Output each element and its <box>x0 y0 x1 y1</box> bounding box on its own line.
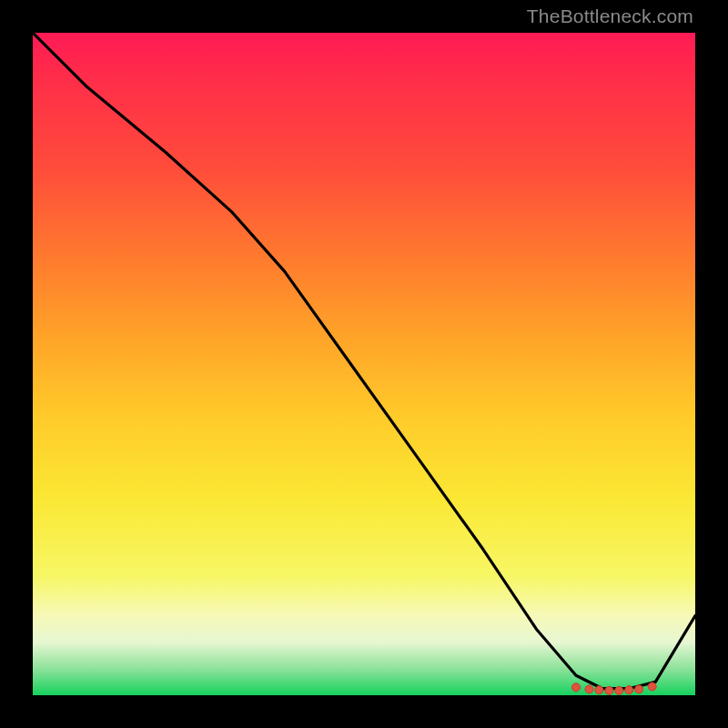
optimal-marker <box>585 685 593 693</box>
optimal-marker <box>625 686 633 694</box>
chart-frame: TheBottleneck.com <box>0 0 728 728</box>
watermark-text: TheBottleneck.com <box>527 5 693 27</box>
plot-area <box>33 33 695 695</box>
optimal-marker <box>605 686 613 694</box>
optimal-marker <box>648 682 656 691</box>
optimal-marker <box>635 685 643 693</box>
optimal-marker <box>615 686 623 694</box>
marker-layer <box>33 33 695 695</box>
optimal-marker <box>572 683 581 692</box>
optimal-marker <box>595 686 603 694</box>
